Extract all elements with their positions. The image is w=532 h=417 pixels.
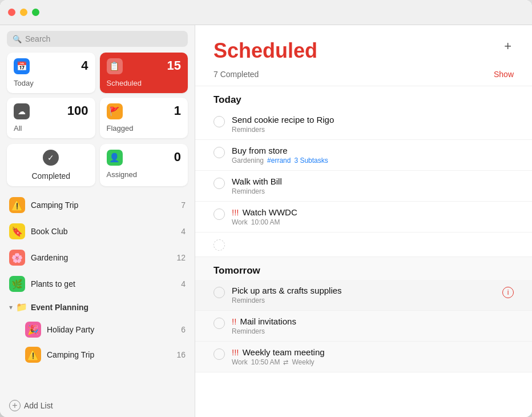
reminder-circle-dashed[interactable]: [213, 239, 225, 251]
reminder-item-pickup-arts[interactable]: Pick up arts & crafts supplies Reminders…: [195, 280, 532, 311]
completed-count-label: 7 Completed: [213, 70, 259, 79]
add-reminder-button[interactable]: +: [502, 39, 514, 54]
flagged-icon: 🚩: [107, 103, 123, 119]
traffic-lights: [8, 9, 39, 16]
main-content: Scheduled + 7 Completed Show Today Send …: [195, 25, 532, 417]
scheduled-count: 15: [167, 58, 181, 73]
reminder-list-name: Reminders: [232, 126, 265, 134]
reminder-list-name: Gardening: [232, 157, 264, 165]
reminder-circle[interactable]: [213, 209, 225, 220]
reminder-title-text: Pick up arts & crafts supplies: [232, 286, 342, 295]
search-bar[interactable]: 🔍 Search: [7, 31, 188, 47]
reminder-subtitle: Reminders: [232, 327, 514, 335]
reminder-circle[interactable]: [213, 287, 225, 298]
reminder-title: Send cookie recipe to Rigo: [232, 115, 514, 125]
sidebar: 🔍 Search 📅 4 Today 📋 15: [0, 25, 195, 417]
reminder-time: 10:50 AM: [251, 358, 280, 366]
reminder-title: !! Mail invitations: [232, 316, 514, 326]
list-item-book-club[interactable]: 🔖 Book Club 4: [0, 218, 195, 244]
reminder-circle[interactable]: [213, 178, 225, 189]
reminder-circle[interactable]: [213, 147, 225, 158]
list-item-plants-to-get[interactable]: 🌿 Plants to get 4: [0, 271, 195, 297]
reminder-circle[interactable]: [213, 348, 225, 360]
recurrence-icon: ⇄: [283, 359, 288, 366]
reminder-item-mail-invitations[interactable]: !! Mail invitations Reminders: [195, 311, 532, 342]
search-icon: 🔍: [13, 35, 22, 43]
flagged-count: 1: [174, 103, 181, 118]
minimize-button[interactable]: [20, 9, 27, 16]
tag-badge: #errand: [267, 157, 291, 165]
reminder-title-text: Walk with Bill: [232, 177, 282, 186]
smart-card-today[interactable]: 📅 4 Today: [7, 53, 95, 93]
reminder-subtitle: Reminders: [232, 126, 514, 134]
list-item-gardening[interactable]: 🌸 Gardening 12: [0, 244, 195, 271]
reminder-time: 10:00 AM: [251, 218, 280, 226]
plants-count: 4: [181, 279, 186, 288]
smart-cards-grid: 📅 4 Today 📋 15 Scheduled ☁: [0, 53, 195, 144]
smart-card-assigned[interactable]: 👤 0 Assigned: [100, 144, 188, 186]
plants-name: Plants to get: [31, 279, 175, 288]
reminder-item-weekly-meeting[interactable]: !!! Weekly team meeting Work 10:50 AM ⇄ …: [195, 342, 532, 372]
plants-icon: 🌿: [9, 276, 25, 292]
reminder-subtitle: Work 10:00 AM: [232, 218, 514, 226]
book-club-icon: 🔖: [9, 223, 25, 239]
gardening-icon: 🌸: [9, 250, 25, 266]
group-folder-icon: 📁: [16, 302, 27, 312]
reminder-content: Pick up arts & crafts supplies Reminders: [232, 286, 495, 304]
smart-card-all[interactable]: ☁ 100 All: [7, 98, 95, 138]
smart-card-scheduled[interactable]: 📋 15 Scheduled: [100, 53, 188, 93]
sub-list-item-camping-trip[interactable]: ⚠️ Camping Trip 16: [0, 342, 195, 367]
reminder-list-name: Work: [232, 218, 248, 226]
list-item-camping-trip[interactable]: ⚠️ Camping Trip 7: [0, 192, 195, 218]
reminder-item-walk-bill[interactable]: Walk with Bill Reminders: [195, 171, 532, 202]
completed-bar: 7 Completed Show: [195, 67, 532, 86]
gardening-name: Gardening: [31, 253, 171, 262]
book-club-count: 4: [181, 227, 186, 236]
reminder-subtitle: Reminders: [232, 187, 514, 195]
add-list-button[interactable]: + Add List: [0, 394, 195, 417]
close-button[interactable]: [8, 9, 15, 16]
smart-card-flagged[interactable]: 🚩 1 Flagged: [100, 98, 188, 138]
today-section-header: Today: [195, 86, 532, 109]
scheduled-label: Scheduled: [107, 79, 182, 87]
page-title: Scheduled: [213, 39, 317, 63]
all-count: 100: [67, 103, 88, 118]
info-icon[interactable]: i: [502, 287, 514, 298]
reminder-circle[interactable]: [213, 116, 225, 127]
today-label: Today: [14, 79, 88, 87]
holiday-party-icon: 🎉: [25, 322, 41, 338]
today-section: Today Send cookie recipe to Rigo Reminde…: [195, 86, 532, 257]
reminder-content: Buy from store Gardening #errand 3 Subta…: [232, 146, 514, 165]
camping-trip-sub-name: Camping Trip: [47, 350, 171, 359]
add-list-label: Add List: [24, 401, 53, 410]
camping-trip-count: 7: [181, 201, 186, 210]
completed-card-label: Completed: [31, 171, 70, 181]
camping-trip-name: Camping Trip: [31, 201, 175, 210]
smart-card-completed[interactable]: ✓ Completed: [7, 144, 95, 186]
reminder-title-text: Mail invitations: [240, 316, 296, 326]
reminder-title: !!! Watch WWDC: [232, 207, 514, 217]
reminder-list-name: Reminders: [232, 327, 265, 335]
reminder-item-empty[interactable]: [195, 232, 532, 257]
maximize-button[interactable]: [32, 9, 39, 16]
reminder-item-buy-store[interactable]: Buy from store Gardening #errand 3 Subta…: [195, 140, 532, 171]
sub-list-item-holiday-party[interactable]: 🎉 Holiday Party 6: [0, 317, 195, 342]
main-header: Scheduled +: [195, 25, 532, 67]
show-completed-button[interactable]: Show: [494, 70, 514, 79]
reminder-item-watch-wwdc[interactable]: !!! Watch WWDC Work 10:00 AM: [195, 202, 532, 232]
all-label: All: [14, 124, 88, 133]
reminder-title: Buy from store: [232, 146, 514, 155]
holiday-party-count: 6: [181, 325, 186, 334]
tomorrow-section: Tomorrow Pick up arts & crafts supplies …: [195, 257, 532, 372]
search-placeholder: Search: [25, 34, 50, 43]
camping-trip-icon: ⚠️: [9, 197, 25, 213]
group-label: Event Planning: [31, 303, 88, 312]
reminder-recurrence: Weekly: [292, 358, 314, 366]
group-event-planning[interactable]: ▾ 📁 Event Planning: [0, 297, 195, 317]
reminder-list-name: Reminders: [232, 187, 265, 195]
reminder-title: Walk with Bill: [232, 177, 514, 186]
reminder-item-send-cookie[interactable]: Send cookie recipe to Rigo Reminders: [195, 109, 532, 140]
reminder-list-name: Work: [232, 358, 248, 366]
flagged-label: Flagged: [107, 124, 182, 133]
reminder-circle[interactable]: [213, 318, 225, 329]
